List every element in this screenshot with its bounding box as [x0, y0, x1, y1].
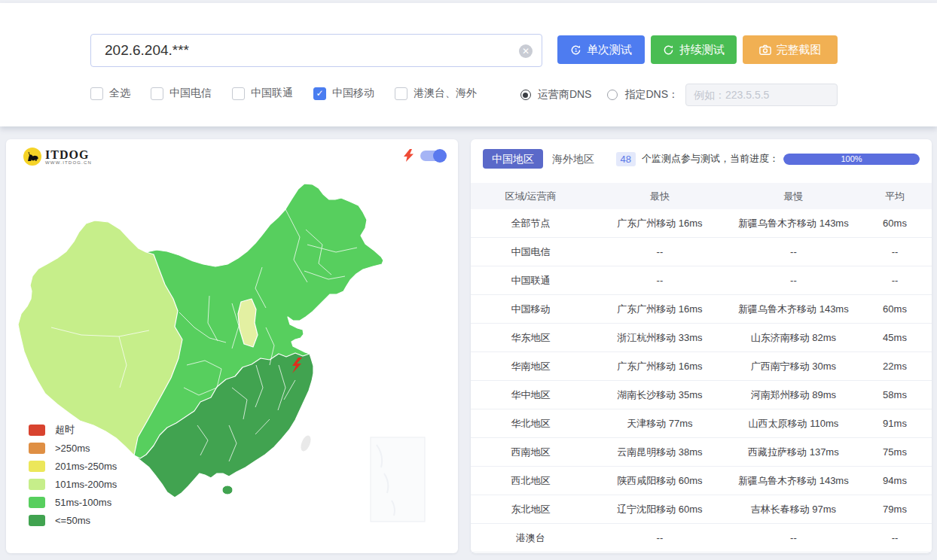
results-table: 区域/运营商 最快 最慢 平均 全部节点广东广州移动 16ms新疆乌鲁木齐移动 …	[471, 183, 932, 553]
taiwan-island	[299, 434, 313, 453]
table-cell: --	[729, 532, 858, 543]
target-input-wrapper: ✕	[90, 34, 542, 67]
filter-checkbox-4[interactable]: 港澳台、海外	[395, 87, 477, 100]
tab-china-region[interactable]: 中国地区	[483, 149, 543, 169]
radio-custom-dns[interactable]	[607, 90, 618, 100]
legend-item: 超时	[29, 421, 117, 439]
table-cell: 45ms	[858, 332, 932, 343]
radio-carrier-dns[interactable]	[520, 90, 531, 100]
table-body: 全部节点广东广州移动 16ms新疆乌鲁木齐移动 143ms60ms中国电信---…	[471, 209, 932, 552]
filter-label: 中国联通	[251, 87, 293, 100]
filter-checkbox-2[interactable]: 中国联通	[232, 87, 293, 100]
refresh-once-icon: 1	[570, 44, 581, 56]
filter-label: 中国电信	[169, 87, 212, 100]
table-cell: 云南昆明移动 38ms	[591, 446, 729, 459]
legend-item: <=50ms	[29, 511, 117, 529]
continuous-test-button[interactable]: 持续测试	[651, 35, 737, 64]
continuous-test-label: 持续测试	[679, 43, 725, 57]
legend-label: 51ms-100ms	[55, 497, 111, 508]
table-cell: 60ms	[858, 303, 932, 315]
table-row: 华东地区浙江杭州移动 33ms山东济南移动 82ms45ms	[471, 324, 932, 352]
table-header-row: 区域/运营商 最快 最慢 平均	[471, 183, 932, 209]
table-cell: 华南地区	[471, 360, 591, 373]
custom-dns-input[interactable]	[685, 84, 838, 106]
table-cell: --	[591, 275, 729, 286]
dns-options: 运营商DNS 指定DNS：	[520, 84, 838, 106]
table-cell: 西北地区	[471, 474, 591, 488]
filter-checkbox-0[interactable]: 全选	[90, 87, 130, 100]
col-header-average: 平均	[858, 190, 932, 203]
legend-label: 201ms-250ms	[55, 461, 117, 472]
checkbox-unchecked-icon	[232, 87, 245, 100]
single-test-label: 单次测试	[587, 43, 632, 57]
radio-carrier-dns-label: 运营商DNS	[538, 88, 592, 102]
single-test-button[interactable]: 1 单次测试	[557, 35, 645, 64]
legend-label: >250ms	[55, 443, 90, 454]
table-row: 中国联通------	[471, 266, 932, 295]
table-cell: --	[858, 275, 932, 286]
results-tabs-row: 中国地区 海外地区 48 个监测点参与测试，当前进度： 100%	[483, 149, 920, 169]
legend-item: 101ms-200ms	[29, 475, 117, 493]
table-row: 华中地区湖南长沙移动 35ms河南郑州移动 89ms58ms	[471, 381, 932, 409]
tab-overseas-region[interactable]: 海外地区	[543, 149, 603, 169]
legend-label: <=50ms	[55, 515, 90, 526]
table-cell: --	[858, 246, 932, 257]
filter-checkbox-3[interactable]: ✓中国移动	[313, 87, 374, 100]
table-cell: 60ms	[858, 218, 932, 229]
clear-input-icon[interactable]: ✕	[519, 44, 533, 58]
legend-swatch	[29, 479, 45, 490]
table-row: 华南地区广东广州移动 16ms广西南宁移动 30ms22ms	[471, 352, 932, 381]
itdog-dog-icon	[23, 147, 42, 166]
monitor-count-badge: 48	[616, 152, 636, 166]
table-cell: 94ms	[858, 475, 932, 486]
table-cell: 湖南长沙移动 35ms	[591, 388, 729, 402]
table-cell: 天津移动 77ms	[591, 417, 729, 431]
table-cell: --	[729, 246, 858, 257]
itdog-logo: ITDOG WWW.ITDOG.CN	[23, 147, 92, 166]
legend-swatch	[29, 443, 45, 454]
table-cell: 辽宁沈阳移动 60ms	[591, 503, 729, 516]
table-cell: 东北地区	[471, 503, 591, 516]
table-cell: 河南郑州移动 89ms	[729, 388, 858, 402]
legend-swatch	[29, 461, 45, 472]
hainan-island	[222, 485, 233, 495]
table-cell: --	[858, 532, 932, 543]
speed-bolt-icon	[404, 149, 414, 162]
col-header-fastest: 最快	[591, 190, 729, 203]
table-cell: 79ms	[858, 504, 932, 515]
table-cell: 山西太原移动 110ms	[729, 417, 858, 431]
filter-label: 港澳台、海外	[414, 87, 477, 100]
radio-custom-dns-label: 指定DNS：	[624, 88, 679, 102]
table-cell: 中国联通	[471, 274, 591, 288]
table-cell: --	[591, 532, 729, 543]
map-panel: ITDOG WWW.ITDOG.CN 超时>250ms201ms-250ms10…	[6, 139, 458, 553]
col-header-slowest: 最慢	[729, 190, 858, 203]
legend-swatch	[29, 515, 45, 526]
table-row: 港澳台------	[471, 524, 932, 552]
legend-label: 101ms-200ms	[55, 479, 117, 490]
legend-swatch	[29, 425, 45, 436]
filter-checkbox-1[interactable]: 中国电信	[151, 87, 212, 100]
svg-text:1: 1	[574, 47, 577, 53]
table-row: 东北地区辽宁沈阳移动 60ms吉林长春移动 97ms79ms	[471, 495, 932, 524]
table-cell: 广西南宁移动 30ms	[729, 360, 858, 373]
speed-mode-toggle[interactable]	[420, 151, 446, 161]
screenshot-label: 完整截图	[777, 43, 822, 57]
col-header-region: 区域/运营商	[471, 190, 591, 203]
checkbox-checked-icon: ✓	[313, 87, 326, 100]
progress-bar: 100%	[783, 154, 920, 165]
legend-item: >250ms	[29, 439, 117, 457]
table-cell: 吉林长春移动 97ms	[729, 503, 858, 516]
table-cell: 华北地区	[471, 417, 591, 431]
latency-legend: 超时>250ms201ms-250ms101ms-200ms51ms-100ms…	[29, 421, 117, 529]
table-cell: 中国电信	[471, 245, 591, 259]
table-cell: 58ms	[858, 389, 932, 400]
logo-subtitle: WWW.ITDOG.CN	[45, 160, 92, 165]
screenshot-button[interactable]: 完整截图	[743, 35, 838, 64]
table-cell: 新疆乌鲁木齐移动 143ms	[729, 474, 858, 488]
table-row: 全部节点广东广州移动 16ms新疆乌鲁木齐移动 143ms60ms	[471, 209, 932, 238]
legend-label: 超时	[55, 423, 75, 437]
checkbox-unchecked-icon	[151, 87, 163, 100]
target-input[interactable]	[91, 42, 542, 59]
table-cell: 西藏拉萨移动 137ms	[729, 446, 858, 459]
